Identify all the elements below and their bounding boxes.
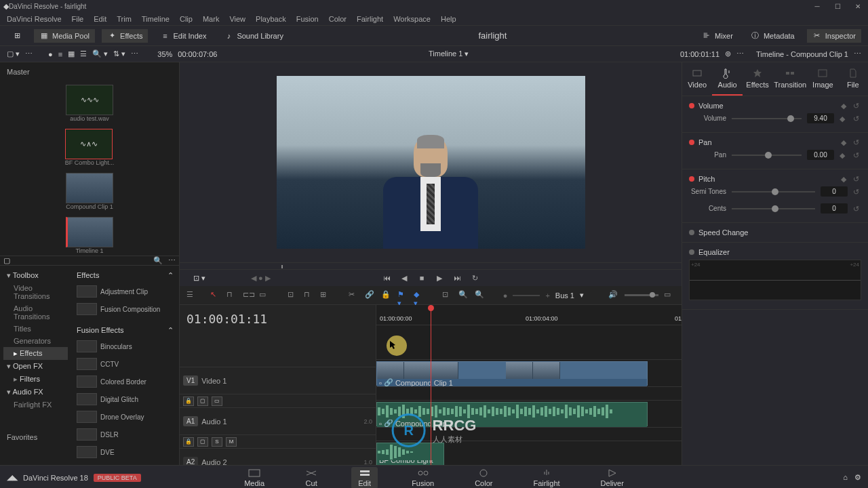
zoom-level[interactable]: 35% (157, 50, 172, 58)
fairlight-page-button[interactable]: Fairlight (526, 467, 566, 489)
overwrite-icon[interactable]: ▭ (259, 290, 270, 301)
audio-track-controls[interactable]: 🔒 ▢ S M (180, 434, 376, 448)
menu-clip[interactable]: Clip (180, 15, 193, 23)
video-track[interactable]: ▫🔗Compound Clip 1 (376, 359, 682, 386)
semitones-value[interactable]: 0 (821, 186, 848, 197)
more-effects-icon[interactable]: ⋯ (168, 256, 176, 265)
inspector-tab-effects[interactable]: Effects (743, 62, 772, 96)
prev-frame-button[interactable]: ◀ (399, 272, 410, 283)
reset-icon[interactable]: ↺ (853, 115, 861, 123)
more-icon[interactable]: ⋯ (131, 49, 138, 58)
lock-track-icon[interactable]: 🔒 (183, 396, 194, 406)
maximize-button[interactable]: ☐ (827, 0, 848, 12)
fairlightfx-tree[interactable]: Fairlight FX (3, 399, 68, 411)
effect-item[interactable]: Binoculars (75, 338, 176, 354)
reset-icon[interactable]: ↺ (853, 151, 861, 159)
volume-value[interactable]: 9.40 (807, 113, 834, 123)
effect-item[interactable]: Colored Border (75, 373, 176, 390)
bin-dropdown[interactable]: ▢ ▾ (7, 49, 20, 58)
razor-icon[interactable]: ✂ (349, 290, 359, 301)
selection-tool-icon[interactable]: ↖ (210, 290, 221, 301)
collapse-icon[interactable]: ⌃ (167, 326, 174, 335)
edit-page-button[interactable]: Edit (351, 467, 378, 489)
dim-icon[interactable]: ▭ (664, 290, 675, 301)
effects-tree[interactable]: ▸ Effects (3, 347, 68, 360)
menu-mark[interactable]: Mark (203, 15, 219, 23)
generators-tree[interactable]: Generators (3, 335, 68, 347)
titles-tree[interactable]: Titles (3, 323, 68, 335)
enable-dot[interactable] (689, 176, 694, 182)
enable-dot[interactable] (689, 230, 694, 235)
effect-item[interactable]: Adjustment Clip (75, 283, 176, 300)
menu-davinci[interactable]: DaVinci Resolve (7, 15, 62, 23)
loop-button[interactable]: ↻ (469, 272, 480, 283)
viewer[interactable] (180, 62, 682, 262)
speaker-icon[interactable]: 🔊 (608, 290, 619, 301)
reset-icon[interactable]: ↺ (853, 102, 861, 110)
bus-selector[interactable]: Bus 1 (555, 291, 574, 300)
menu-trim[interactable]: Trim (117, 15, 132, 23)
close-button[interactable]: ✕ (848, 0, 868, 12)
reset-icon[interactable]: ↺ (853, 188, 861, 196)
blade-tool-icon[interactable]: ⊓ (226, 290, 237, 301)
deliver-page-button[interactable]: Deliver (594, 467, 631, 489)
effects-button[interactable]: ✦Effects (102, 29, 148, 43)
list2-icon[interactable]: ☰ (80, 49, 87, 58)
inspector-tab-image[interactable]: Image (808, 62, 837, 96)
next-frame-button[interactable]: ⏭ (452, 272, 462, 283)
expand-button[interactable]: ⊞ (7, 29, 27, 43)
menu-playback[interactable]: Playback (256, 15, 286, 23)
eq-graph[interactable]: +24 +24 (689, 260, 861, 300)
reset-icon[interactable]: ↺ (853, 205, 861, 213)
menu-timeline[interactable]: Timeline (142, 15, 170, 23)
flag-icon[interactable]: ⚑ ▾ (397, 290, 408, 301)
home-icon[interactable]: ⌂ (843, 473, 848, 482)
menu-view[interactable]: View (229, 15, 245, 23)
mixer-button[interactable]: ⊪Mixer (696, 29, 738, 43)
audio-track-header[interactable]: A1 Audio 1 2.0 (180, 407, 376, 434)
timeline-timecode[interactable]: 01:00:01:11 (180, 305, 376, 333)
pan-value[interactable]: 0.00 (807, 150, 834, 160)
effect-item[interactable]: Digital Glitch (75, 391, 176, 407)
sync-icon[interactable]: ⊚ (725, 49, 731, 58)
media-page-button[interactable]: Media (237, 467, 271, 489)
solo-button[interactable]: S (212, 437, 222, 447)
marker-icon[interactable]: ◆ ▾ (414, 290, 425, 301)
more3-icon[interactable]: ⋯ (854, 49, 861, 58)
menu-fusion[interactable]: Fusion (296, 15, 319, 23)
keyframe-icon[interactable]: ◆ (841, 138, 849, 146)
clip-item[interactable]: Timeline 1 (66, 217, 113, 254)
fit-icon[interactable]: ⊞ (320, 290, 331, 301)
video-clip[interactable]: ▫🔗Compound Clip 1 (376, 361, 648, 386)
cut-page-button[interactable]: Cut (298, 467, 324, 489)
color-page-button[interactable]: Color (468, 467, 499, 489)
effect-item[interactable]: CCTV (75, 356, 176, 372)
clip-item[interactable]: Compound Clip 1 (66, 173, 113, 210)
search-effects-icon[interactable]: 🔍 (153, 256, 163, 265)
more2-icon[interactable]: ⋯ (736, 49, 744, 58)
enable-dot[interactable] (689, 249, 694, 255)
list-icon[interactable]: ≡ (58, 50, 62, 58)
keyframe-icon[interactable]: ◆ (841, 175, 849, 183)
link-icon[interactable]: 🔗 (365, 290, 376, 301)
zoom-out-icon[interactable]: 🔍 (458, 290, 469, 301)
pan-slider[interactable] (732, 155, 802, 156)
lock-track-icon[interactable]: 🔒 (183, 437, 194, 447)
play-button[interactable]: ▶ (434, 272, 445, 283)
menu-workspace[interactable]: Workspace (393, 15, 431, 23)
keyframe-icon[interactable]: ◆ (840, 115, 848, 123)
effect-item[interactable]: Fusion Composition (75, 301, 176, 317)
stop-button[interactable]: ■ (416, 272, 427, 283)
effect-item[interactable]: DSLR (75, 426, 176, 443)
media-pool-button[interactable]: ▦Media Pool (34, 29, 95, 43)
crop-icon[interactable]: ⊡ ▾ (193, 274, 205, 283)
clip-item[interactable]: ∿∿∿audio test.wav (66, 85, 113, 122)
minimize-button[interactable]: ─ (807, 0, 827, 12)
favorites-tree[interactable]: Favorites (3, 431, 68, 443)
inspector-button[interactable]: ✂Inspector (807, 29, 861, 43)
effect-item[interactable]: Drone Overlay (75, 409, 176, 425)
mute-button[interactable]: M (226, 437, 237, 447)
timeline-ruler[interactable]: 01:00:00:00 01:00:04:00 01:00:08:00 01:0… (376, 305, 682, 325)
fusion-page-button[interactable]: Fusion (405, 467, 441, 489)
effect-item[interactable]: DVE (75, 444, 176, 460)
